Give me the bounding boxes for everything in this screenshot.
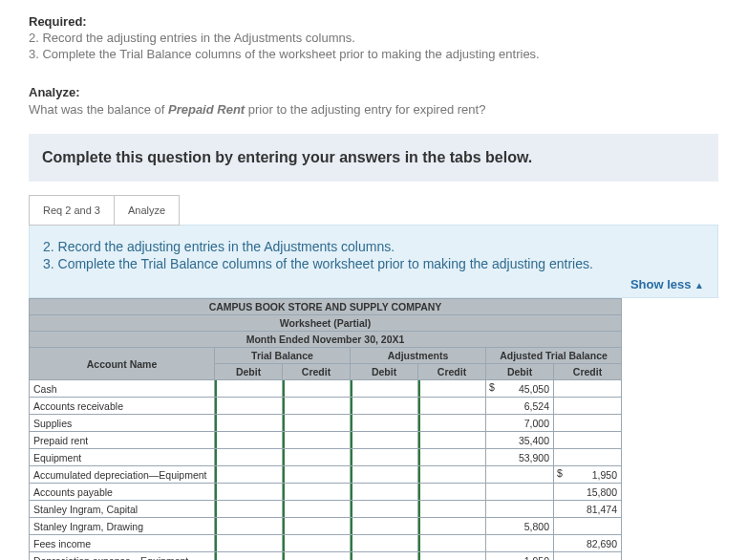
input-adj_dr[interactable] [351,552,418,561]
account-name-cell: Cash [30,380,215,398]
table-row: Fees income82,690 [30,535,622,552]
account-name-cell: Equipment [30,449,215,466]
table-row: Accounts payable15,800 [30,484,622,501]
col-adj-credit: Credit [418,364,486,380]
account-name-cell: Stanley Ingram, Capital [30,501,215,518]
input-adj_cr[interactable] [418,552,486,561]
input-adj_dr[interactable] [351,518,418,535]
table-row: Stanley Ingram, Capital81,474 [30,501,622,518]
cell-atb_dr: 5,800 [486,518,554,535]
account-name-cell: Stanley Ingram, Drawing [30,518,215,535]
input-adj_dr[interactable] [351,432,418,449]
panel-line-2: 3. Complete the Trial Balance columns of… [43,256,704,271]
input-adj_cr[interactable] [418,518,486,535]
col-tb-debit: Debit [215,364,283,380]
input-tb_dr[interactable] [215,518,283,535]
input-tb_cr[interactable] [283,518,351,535]
account-name-cell: Fees income [30,535,215,552]
input-adj_dr[interactable] [351,501,418,518]
ws-company: CAMPUS BOOK STORE AND SUPPLY COMPANY [30,299,622,315]
show-less-label: Show less [630,277,692,291]
col-tb-credit: Credit [283,364,351,380]
show-less-toggle[interactable]: Show less ▲ [43,277,704,291]
input-adj_dr[interactable] [351,398,418,415]
col-group-adjusted-tb: Adjusted Trial Balance [486,348,622,364]
input-adj_cr[interactable] [418,466,486,484]
input-adj_cr[interactable] [418,501,486,518]
input-tb_dr[interactable] [215,501,283,518]
analyze-question: What was the balance of Prepaid Rent pri… [29,102,718,117]
input-adj_cr[interactable] [418,380,486,398]
input-tb_dr[interactable] [215,484,283,501]
instructions-banner: Complete this question by entering your … [29,134,718,182]
cell-atb_dr: 35,400 [486,432,554,449]
table-row: Prepaid rent35,400 [30,432,622,449]
analyze-prefix: What was the balance of [29,102,168,117]
cell-atb_dr: 6,524 [486,398,554,415]
input-tb_dr[interactable] [215,380,283,398]
col-group-trial-balance: Trial Balance [215,348,351,364]
account-name-cell: Supplies [30,415,215,432]
input-tb_cr[interactable] [283,535,351,552]
input-tb_cr[interactable] [283,432,351,449]
panel-line-1: 2. Record the adjusting entries in the A… [43,239,704,254]
input-tb_dr[interactable] [215,552,283,561]
cell-atb_dr: $45,050 [486,380,554,398]
input-tb_dr[interactable] [215,415,283,432]
account-name-cell: Depreciation expense—Equipment [30,552,215,561]
cell-atb_cr [554,380,622,398]
input-adj_dr[interactable] [351,449,418,466]
input-adj_dr[interactable] [351,484,418,501]
cell-atb_cr [554,518,622,535]
input-tb_cr[interactable] [283,398,351,415]
cell-atb_cr [554,432,622,449]
cell-atb_cr: 82,690 [554,535,622,552]
input-tb_cr[interactable] [283,501,351,518]
col-atb-debit: Debit [486,364,554,380]
input-tb_cr[interactable] [283,484,351,501]
input-tb_cr[interactable] [283,380,351,398]
input-tb_cr[interactable] [283,415,351,432]
input-tb_dr[interactable] [215,466,283,484]
input-adj_dr[interactable] [351,415,418,432]
table-row: Supplies7,000 [30,415,622,432]
account-name-cell: Accounts payable [30,484,215,501]
input-adj_dr[interactable] [351,466,418,484]
cell-atb_cr [554,398,622,415]
input-adj_cr[interactable] [418,398,486,415]
input-tb_dr[interactable] [215,432,283,449]
col-group-adjustments: Adjustments [351,348,486,364]
input-adj_dr[interactable] [351,535,418,552]
input-tb_cr[interactable] [283,552,351,561]
input-adj_cr[interactable] [418,449,486,466]
cell-atb_dr [486,484,554,501]
analyze-emph: Prepaid Rent [168,102,245,117]
input-tb_cr[interactable] [283,449,351,466]
input-adj_cr[interactable] [418,415,486,432]
input-adj_cr[interactable] [418,432,486,449]
table-row: Cash$45,050 [30,380,622,398]
input-tb_dr[interactable] [215,398,283,415]
input-tb_cr[interactable] [283,466,351,484]
input-tb_dr[interactable] [215,449,283,466]
cell-atb_cr [554,449,622,466]
input-tb_dr[interactable] [215,535,283,552]
analyze-suffix: prior to the adjusting entry for expired… [245,102,485,117]
cell-atb_dr: 7,000 [486,415,554,432]
col-account-name: Account Name [30,348,215,380]
cell-atb_cr: $1,950 [554,466,622,484]
account-name-cell: Accounts receivable [30,398,215,415]
input-adj_cr[interactable] [418,535,486,552]
table-row: Equipment53,900 [30,449,622,466]
cell-atb_cr [554,552,622,561]
analyze-heading: Analyze: [29,85,718,99]
tab-analyze[interactable]: Analyze [114,195,180,226]
input-adj_cr[interactable] [418,484,486,501]
input-adj_dr[interactable] [351,380,418,398]
cell-atb_cr [554,415,622,432]
instruction-panel: 2. Record the adjusting entries in the A… [29,225,718,298]
account-name-cell: Accumulated depreciation—Equipment [30,466,215,484]
tab-req-2-and-3[interactable]: Req 2 and 3 [29,195,115,226]
cell-atb_cr: 15,800 [554,484,622,501]
required-item-3: 3. Complete the Trial Balance columns of… [29,47,718,61]
